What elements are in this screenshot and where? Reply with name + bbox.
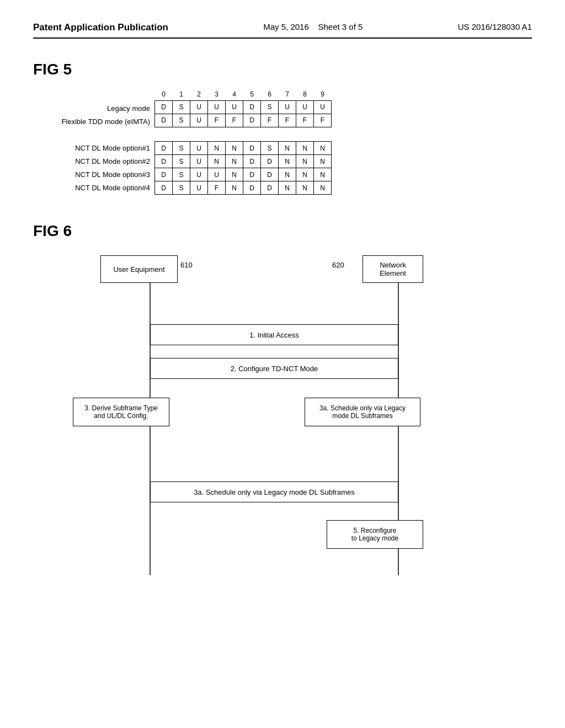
fig6-section: FIG 6 User Equipme <box>33 222 532 592</box>
patent-number: US 2016/128030 A1 <box>458 22 532 31</box>
fig5-section: FIG 5 Legacy mode Flexible TDD mode (eIM… <box>33 61 532 195</box>
step4-label: 3a. Schedule only via Legacy mode DL Sub… <box>194 488 354 496</box>
ne-box: NetworkElement <box>363 255 423 283</box>
header-center: May 5, 2016 Sheet 3 of 5 <box>263 22 363 31</box>
step4-box: 3a. Schedule only via Legacy mode DL Sub… <box>150 481 398 502</box>
step3a-label: 3a. Schedule only via Legacymode DL Subf… <box>319 404 406 420</box>
step3a-box: 3a. Schedule only via Legacymode DL Subf… <box>305 398 420 426</box>
ue-box: User Equipment <box>100 255 178 283</box>
step1-box: 1. Initial Access <box>150 324 398 345</box>
fig5-top-data-table: 0123456789DSUUUDSUUUDSUFFDFFFF <box>154 88 332 127</box>
publication-title: Patent Application Publication <box>33 22 168 33</box>
step2-label: 2. Configure TD-NCT Mode <box>231 365 318 373</box>
fig5-title: FIG 5 <box>33 61 532 78</box>
step3-box: 3. Derive Subframe Typeand UL/DL Config. <box>73 398 169 426</box>
fig5-row-labels: Legacy mode Flexible TDD mode (eIMTA) <box>33 88 154 128</box>
fig5-nct-table: NCT DL Mode option#1NCT DL Mode option#2… <box>33 141 532 195</box>
nct-data-table: DSUNNDSNNNDSUNNDDNNNDSUUNDDNNNDSUFNDDNNN <box>154 141 332 195</box>
nct-labels: NCT DL Mode option#1NCT DL Mode option#2… <box>33 141 154 194</box>
publication-date: May 5, 2016 <box>263 22 309 31</box>
legacy-label: Legacy mode <box>33 101 150 115</box>
fig6-diagram: User Equipment 610 NetworkElement 620 1.… <box>56 250 509 592</box>
step3-label: 3. Derive Subframe Typeand UL/DL Config. <box>84 404 158 420</box>
ne-id: 620 <box>332 261 344 269</box>
ue-label: User Equipment <box>113 265 164 274</box>
step5-label: 5. Reconfigureto Legacy mode <box>351 527 398 542</box>
step1-label: 1. Initial Access <box>249 331 299 339</box>
ne-label: NetworkElement <box>380 261 406 277</box>
fig5-top-table: Legacy mode Flexible TDD mode (eIMTA) 01… <box>33 88 532 128</box>
fig6-title: FIG 6 <box>33 222 532 240</box>
flexible-tdd-label: Flexible TDD mode (eIMTA) <box>33 115 150 128</box>
sheet-info: Sheet 3 of 5 <box>318 22 363 31</box>
step5-box: 5. Reconfigureto Legacy mode <box>327 520 423 549</box>
page-header: Patent Application Publication May 5, 20… <box>33 22 532 39</box>
step2-box: 2. Configure TD-NCT Mode <box>150 358 398 379</box>
ue-id: 610 <box>180 261 193 269</box>
page: Patent Application Publication May 5, 20… <box>0 0 565 728</box>
